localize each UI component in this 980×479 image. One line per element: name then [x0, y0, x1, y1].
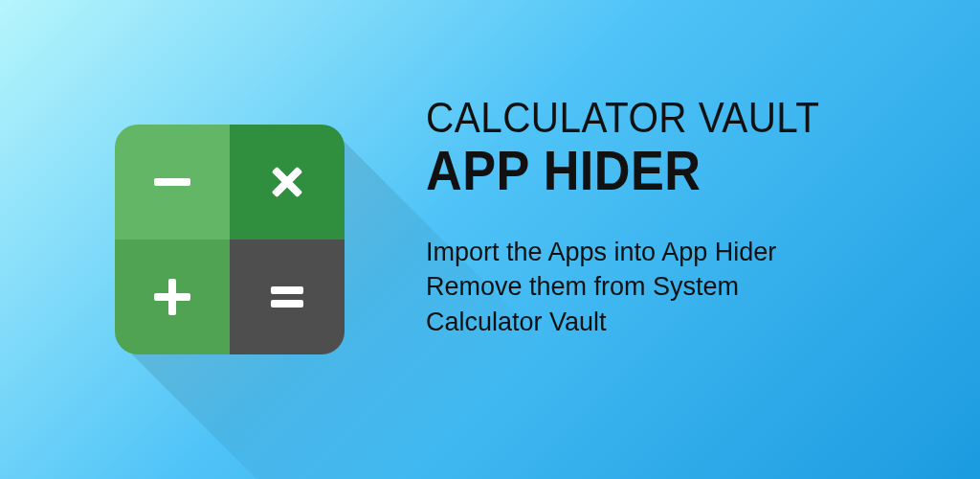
svg-rect-5 — [271, 286, 303, 294]
app-icon-surface — [115, 125, 345, 354]
title-line-2: APP HIDER — [426, 138, 890, 202]
plus-icon — [146, 271, 198, 323]
description: Import the Apps into App Hider Remove th… — [426, 235, 942, 339]
minus-icon — [146, 156, 198, 208]
description-line-3: Calculator Vault — [426, 305, 942, 339]
equals-icon — [261, 271, 313, 323]
icon-quad-equals — [230, 240, 345, 354]
description-line-2: Remove them from System — [426, 269, 942, 304]
description-line-1: Import the Apps into App Hider — [426, 235, 942, 269]
title-line-1: CALCULATOR VAULT — [426, 94, 901, 142]
calculator-app-icon — [115, 125, 345, 354]
icon-quad-plus — [115, 240, 230, 354]
svg-rect-0 — [154, 178, 190, 186]
svg-rect-4 — [168, 279, 176, 315]
svg-rect-6 — [271, 300, 303, 308]
promo-text-block: CALCULATOR VAULT APP HIDER Import the Ap… — [426, 94, 942, 339]
icon-quad-minus — [115, 125, 230, 240]
icon-quad-multiply — [230, 125, 345, 240]
multiply-icon — [261, 156, 313, 208]
